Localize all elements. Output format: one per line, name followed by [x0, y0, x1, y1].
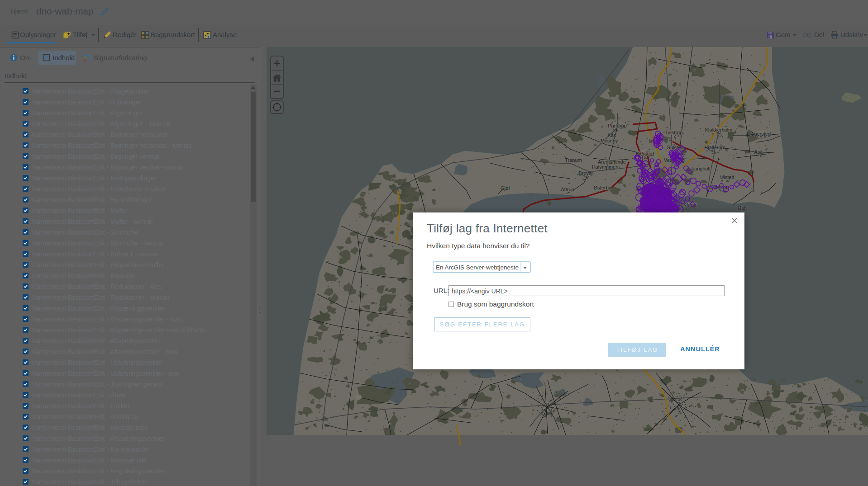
svg-text:Langholt: Langholt — [692, 166, 711, 171]
svg-text:Brovst: Brovst — [578, 170, 592, 176]
svg-text:Attrup: Attrup — [561, 187, 574, 192]
svg-text:Ulsted: Ulsted — [720, 175, 734, 180]
svg-text:Tranum: Tranum — [565, 157, 582, 163]
svg-text:Klokkerholm: Klokkerholm — [705, 127, 733, 132]
svg-text:Østerby: Østerby — [594, 185, 611, 190]
svg-text:Tylstrup: Tylstrup — [665, 130, 683, 135]
svg-text:Kås: Kås — [608, 132, 616, 138]
svg-text:Moseby: Moseby — [601, 138, 618, 143]
svg-text:Sulsted: Sulsted — [667, 145, 684, 150]
svg-text:Agersted: Agersted — [751, 131, 771, 137]
svg-text:Hjallerup: Hjallerup — [704, 145, 724, 150]
svg-text:Pandrup: Pandrup — [608, 123, 627, 128]
svg-text:Hals: Hals — [738, 205, 748, 211]
svg-text:Gjøl: Gjøl — [501, 185, 510, 191]
svg-text:Aså: Aså — [754, 149, 763, 155]
svg-text:Halvrimmen: Halvrimmen — [592, 164, 619, 170]
